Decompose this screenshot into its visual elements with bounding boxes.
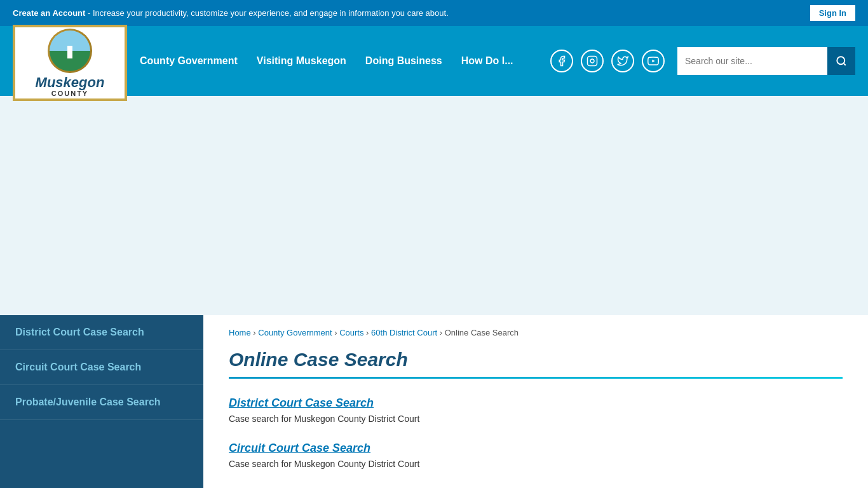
- instagram-icon[interactable]: [581, 50, 604, 72]
- breadcrumb-sep-3: ›: [366, 328, 371, 337]
- svg-marker-2: [652, 60, 654, 63]
- twitter-icon[interactable]: [611, 50, 634, 72]
- facebook-icon[interactable]: [550, 50, 573, 72]
- nav-visiting-muskegon[interactable]: Visiting Muskegon: [257, 55, 346, 67]
- nav-doing-business[interactable]: Doing Business: [365, 55, 442, 67]
- top-banner: Create an Account - Increase your produc…: [0, 0, 868, 26]
- svg-point-3: [837, 57, 844, 64]
- main-content: Home › County Government › Courts › 60th…: [203, 315, 868, 488]
- breadcrumb-home[interactable]: Home: [229, 328, 251, 337]
- banner-text: Create an Account - Increase your produc…: [13, 8, 449, 18]
- logo-emblem: [48, 29, 92, 73]
- circuit-court-link[interactable]: Circuit Court Case Search: [229, 442, 843, 455]
- banner-subtext: - Increase your productivity, customize …: [88, 8, 449, 18]
- breadcrumb-sep-2: ›: [334, 328, 339, 337]
- site-header: Muskegon COUNTY County Government Visiti…: [0, 26, 868, 96]
- search-input[interactable]: [685, 56, 827, 66]
- breadcrumb-courts[interactable]: Courts: [339, 328, 363, 337]
- sidebar-item-probate-juvenile[interactable]: Probate/Juvenile Case Search: [0, 385, 203, 420]
- sidebar-item-circuit-court[interactable]: Circuit Court Case Search: [0, 350, 203, 385]
- main-nav: County Government Visiting Muskegon Doin…: [127, 55, 538, 67]
- sign-in-button[interactable]: Sign In: [810, 5, 855, 21]
- district-court-link[interactable]: District Court Case Search: [229, 396, 843, 410]
- breadcrumb-county-gov[interactable]: County Government: [258, 328, 332, 337]
- social-icons: [550, 50, 665, 72]
- search-button[interactable]: [827, 47, 855, 75]
- search-bar: [677, 47, 855, 75]
- title-divider: [229, 377, 843, 379]
- logo-subtext: COUNTY: [36, 90, 105, 97]
- logo-text: Muskegon: [36, 76, 105, 90]
- breadcrumb-current: Online Case Search: [445, 328, 519, 337]
- breadcrumb-60th-district[interactable]: 60th District Court: [371, 328, 437, 337]
- hero-banner: [0, 96, 868, 315]
- breadcrumb: Home › County Government › Courts › 60th…: [229, 328, 843, 337]
- create-account-link[interactable]: Create an Account: [13, 8, 85, 18]
- nav-how-do-i[interactable]: How Do I...: [461, 55, 513, 67]
- svg-line-4: [843, 63, 845, 65]
- breadcrumb-sep-4: ›: [440, 328, 445, 337]
- youtube-icon[interactable]: [642, 50, 665, 72]
- sidebar: District Court Case Search Circuit Court…: [0, 315, 203, 488]
- sidebar-item-district-court[interactable]: District Court Case Search: [0, 315, 203, 350]
- nav-county-government[interactable]: County Government: [140, 55, 238, 67]
- content-area: District Court Case Search Circuit Court…: [0, 315, 868, 488]
- svg-rect-0: [588, 57, 597, 66]
- circuit-court-desc: Case search for Muskegon County District…: [229, 459, 843, 469]
- page-title: Online Case Search: [229, 349, 843, 370]
- district-court-desc: Case search for Muskegon County District…: [229, 414, 843, 424]
- site-logo[interactable]: Muskegon COUNTY: [13, 25, 127, 101]
